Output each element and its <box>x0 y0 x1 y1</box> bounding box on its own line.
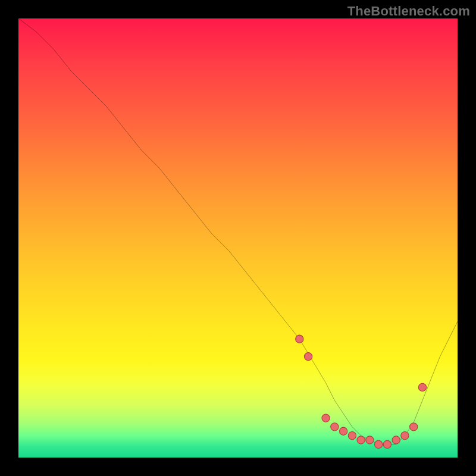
highlight-point <box>418 383 426 391</box>
highlight-point <box>357 436 365 444</box>
highlight-point <box>348 431 356 439</box>
highlight-point <box>401 431 409 439</box>
chart-plot-area <box>18 18 458 458</box>
highlight-point <box>375 440 383 448</box>
highlight-point <box>296 335 303 343</box>
highlight-point <box>322 414 330 422</box>
highlight-point <box>331 423 339 431</box>
chart-svg <box>18 18 458 458</box>
highlight-point <box>410 423 418 431</box>
chart-frame: TheBottleneck.com <box>0 0 476 476</box>
watermark-text: TheBottleneck.com <box>347 4 470 19</box>
highlight-point <box>304 353 312 361</box>
highlight-point <box>392 436 400 444</box>
highlight-point <box>383 440 391 448</box>
curve-group <box>18 18 458 444</box>
highlight-point <box>366 436 374 444</box>
highlight-points-group <box>296 335 427 448</box>
bottleneck-curve <box>18 18 458 444</box>
highlight-point <box>339 427 347 435</box>
